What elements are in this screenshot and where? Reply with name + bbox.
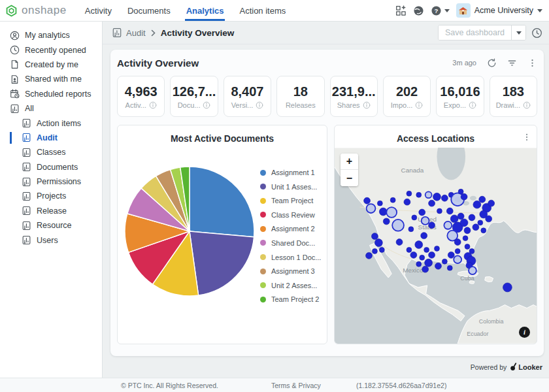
- map-marker[interactable]: [465, 244, 470, 250]
- map-marker[interactable]: [412, 215, 417, 220]
- map-marker[interactable]: [422, 217, 429, 225]
- map-marker[interactable]: [458, 189, 463, 194]
- kebab-menu-icon[interactable]: [522, 132, 531, 142]
- map-marker[interactable]: [486, 216, 492, 222]
- legend-item-team-project[interactable]: Team Project: [260, 197, 321, 204]
- map-marker[interactable]: [374, 239, 382, 247]
- save-dropdown-button[interactable]: [511, 25, 525, 40]
- info-icon[interactable]: [523, 101, 531, 109]
- account-menu[interactable]: Acme University: [456, 3, 542, 18]
- map-marker[interactable]: [433, 193, 441, 201]
- legend-item-assignment-2[interactable]: Assignment 2: [260, 225, 321, 233]
- breadcrumb-section[interactable]: Audit: [126, 28, 146, 38]
- map-marker[interactable]: [429, 200, 435, 206]
- tab-action-items[interactable]: Action items: [231, 0, 293, 21]
- pie-slice-assignment-1[interactable]: [190, 167, 254, 237]
- map-marker[interactable]: [442, 259, 447, 264]
- map-marker[interactable]: [473, 201, 481, 208]
- globe-icon[interactable]: [413, 5, 424, 16]
- stat-card-shares[interactable]: 231,9...Shares: [330, 76, 378, 117]
- map-marker[interactable]: [463, 236, 468, 241]
- sidebar-item-classes[interactable]: Classes: [0, 145, 102, 159]
- map-marker[interactable]: [446, 208, 453, 214]
- map-marker[interactable]: [469, 267, 476, 274]
- sidebar-item-permissions[interactable]: Permissions: [0, 174, 102, 189]
- map-marker[interactable]: [448, 252, 454, 258]
- map-marker[interactable]: [371, 233, 378, 240]
- terms-privacy-link[interactable]: Terms & Privacy: [271, 382, 321, 389]
- map-marker[interactable]: [416, 261, 422, 267]
- map-marker[interactable]: [425, 259, 433, 267]
- map-marker[interactable]: [455, 248, 460, 253]
- legend-item-shared-doc[interactable]: Shared Doc...: [260, 239, 321, 247]
- map-marker[interactable]: [424, 247, 429, 252]
- map-marker[interactable]: [464, 227, 471, 234]
- sidebar-item-documents[interactable]: Documents: [0, 160, 102, 174]
- map-marker[interactable]: [479, 196, 486, 203]
- stat-card-expo[interactable]: 16,016Expo...: [436, 76, 484, 117]
- map-marker[interactable]: [447, 265, 452, 270]
- map-marker[interactable]: [461, 193, 467, 200]
- info-icon[interactable]: [256, 101, 263, 109]
- map-marker[interactable]: [469, 248, 474, 253]
- map-marker[interactable]: [364, 197, 371, 204]
- map-marker[interactable]: [429, 252, 435, 258]
- stat-card-releases[interactable]: 18Releases: [276, 76, 324, 117]
- stat-card-drawi[interactable]: 183Drawi...: [490, 76, 537, 117]
- info-icon[interactable]: [203, 101, 210, 109]
- map-marker[interactable]: [390, 197, 395, 203]
- legend-item-team-project-2[interactable]: Team Project 2: [260, 295, 321, 303]
- info-icon[interactable]: [363, 101, 371, 109]
- map[interactable]: CanadaUnitedStatesMexicoCubaColombiaEcua…: [335, 148, 537, 344]
- stat-card-activ[interactable]: 4,963Activ...: [117, 76, 165, 117]
- sidebar-item-recently-opened[interactable]: Recently opened: [0, 42, 102, 57]
- map-marker[interactable]: [481, 228, 486, 233]
- filter-icon[interactable]: [507, 58, 517, 68]
- map-marker[interactable]: [407, 191, 412, 196]
- info-icon[interactable]: [469, 101, 476, 109]
- legend-item-assignment-3[interactable]: Assignment 3: [260, 267, 321, 275]
- stat-card-impo[interactable]: 202Impo...: [383, 76, 431, 117]
- info-icon[interactable]: [415, 101, 423, 109]
- map-marker[interactable]: [416, 192, 422, 197]
- save-dashboard-button[interactable]: Save dashboard: [439, 25, 511, 40]
- legend-item-assignment-1[interactable]: Assignment 1: [260, 169, 321, 176]
- legend-item-unit-2-asses[interactable]: Unit 2 Asses...: [260, 282, 321, 289]
- map-marker[interactable]: [454, 239, 461, 246]
- map-marker[interactable]: [458, 213, 464, 220]
- tab-activity[interactable]: Activity: [77, 0, 120, 21]
- map-marker[interactable]: [478, 220, 483, 225]
- map-marker[interactable]: [367, 204, 376, 213]
- legend-item-class-review[interactable]: Class Review: [260, 211, 321, 219]
- kebab-menu-icon[interactable]: [527, 58, 537, 68]
- map-marker[interactable]: [437, 208, 442, 214]
- map-marker[interactable]: [379, 247, 384, 252]
- map-marker[interactable]: [473, 224, 479, 231]
- info-icon[interactable]: [149, 101, 157, 109]
- map-marker[interactable]: [429, 222, 435, 229]
- legend-item-lesson-1-doc[interactable]: Lesson 1 Doc...: [260, 253, 321, 261]
- zoom-out-button[interactable]: −: [341, 170, 358, 186]
- sidebar-item-resource[interactable]: Resource: [0, 218, 102, 233]
- zoom-in-button[interactable]: +: [341, 154, 358, 170]
- map-marker[interactable]: [372, 248, 377, 253]
- legend-item-unit-1-asses[interactable]: Unit 1 Asses...: [260, 183, 321, 191]
- map-marker[interactable]: [407, 247, 412, 252]
- map-attribution-button[interactable]: i: [519, 327, 530, 338]
- apps-add-icon[interactable]: [395, 5, 407, 16]
- map-marker[interactable]: [441, 195, 448, 201]
- map-marker[interactable]: [408, 227, 414, 232]
- sidebar-item-release[interactable]: Release: [0, 204, 102, 218]
- pie-slice-unit-1-asses[interactable]: [190, 231, 254, 295]
- sidebar-item-shared-with-me[interactable]: Shared with me: [0, 72, 102, 86]
- sidebar-item-projects[interactable]: Projects: [0, 189, 102, 203]
- map-marker[interactable]: [435, 263, 442, 269]
- map-marker[interactable]: [450, 215, 458, 223]
- map-marker[interactable]: [425, 191, 432, 198]
- sidebar-item-all[interactable]: All: [0, 101, 102, 116]
- sidebar-item-scheduled-reports[interactable]: Scheduled reports: [0, 87, 102, 101]
- map-marker[interactable]: [404, 199, 410, 205]
- map-marker[interactable]: [386, 207, 397, 218]
- help-menu[interactable]: ?: [431, 5, 450, 16]
- map-marker[interactable]: [444, 221, 452, 229]
